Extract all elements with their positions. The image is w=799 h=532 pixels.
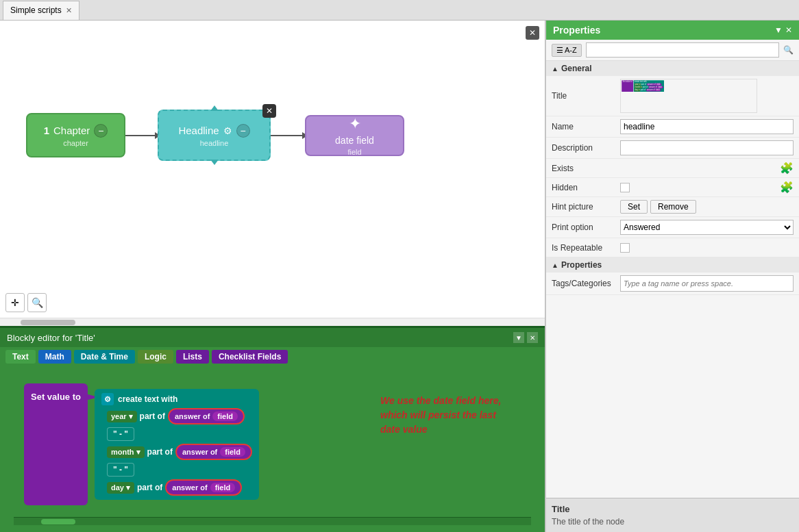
cat-datetime-btn[interactable]: Date & Time [74, 350, 135, 364]
blockly-main: Set value to ⚙ create text with [14, 373, 531, 517]
cat-text-btn[interactable]: Text [5, 350, 36, 364]
canvas-close-button[interactable]: ✕ [526, 26, 539, 40]
props-name-input[interactable] [620, 119, 794, 134]
repeatable-checkbox[interactable] [620, 243, 630, 253]
props-name-label: Name [552, 122, 620, 131]
blockly-pin-btn[interactable]: ▼ [513, 332, 524, 343]
section-general[interactable]: ▲ General [546, 61, 799, 76]
create-text-label: create text with [118, 394, 177, 404]
section-general-arrow: ▲ [552, 65, 558, 73]
cat-checklist-btn[interactable]: Checklist Fields [212, 350, 288, 364]
props-search-icon[interactable]: 🔍 [783, 45, 794, 55]
hint-set-btn[interactable]: Set [620, 200, 648, 214]
create-text-gear-icon[interactable]: ⚙ [101, 393, 114, 405]
node-headline[interactable]: ✕ Headline ⚙ − headline [158, 110, 271, 161]
blockly-close-btn[interactable]: ✕ [527, 332, 538, 343]
day-dropdown-block[interactable]: day ▾ [107, 482, 134, 494]
title-thumbnail-preview: Set value to create text with year ▾ par… [620, 79, 757, 113]
properties-content: ▲ General Title Set value to create text… [546, 61, 799, 498]
tab-bar: Simple scripts ✕ [0, 0, 799, 21]
date-field-name: date field [335, 135, 374, 146]
month-label: month [111, 448, 134, 456]
cat-math-btn[interactable]: Math [38, 350, 71, 364]
headline-minus-btn[interactable]: − [236, 124, 250, 138]
month-dropdown-block[interactable]: month ▾ [107, 446, 145, 458]
headline-name: Headline [178, 125, 219, 136]
props-row-hidden: Hidden 🧩 [546, 178, 799, 197]
headline-close-btn[interactable]: ✕ [262, 104, 276, 118]
props-description-value [620, 140, 794, 155]
create-text-header-row: ⚙ create text with [101, 393, 252, 405]
set-value-block[interactable]: Set value to [24, 383, 88, 505]
props-hidden-value: 🧩 [620, 181, 794, 194]
block-row-year: year ▾ part of answer of field [107, 408, 252, 425]
block-row-day: day ▾ part of answer of field [107, 479, 252, 496]
blockly-hscroll[interactable] [14, 517, 531, 525]
block-notch-1 [88, 394, 95, 400]
year-label: year [111, 412, 127, 420]
answer-of-block-1[interactable]: answer of field [168, 408, 245, 425]
headline-gear-icon: ⚙ [223, 125, 232, 136]
props-tags-label: Tags/Categories [552, 279, 620, 288]
set-value-label: Set value to [31, 392, 81, 402]
props-row-print: Print option Answered Always Never [546, 217, 799, 238]
props-info-box: Title The title of the node [546, 498, 799, 532]
props-name-value [620, 119, 794, 134]
year-dropdown-block[interactable]: year ▾ [107, 411, 137, 422]
quote-block-1[interactable]: " - " [107, 427, 134, 441]
quote-row-1: " - " [107, 427, 252, 441]
node-date-field[interactable]: ✦ date field field [305, 115, 404, 156]
chapter-minus-btn[interactable]: − [94, 124, 108, 138]
right-panel: Properties ▼ ✕ ☰ A-Z 🔍 ▲ General [545, 21, 799, 532]
props-print-label: Print option [552, 223, 620, 232]
props-tags-input[interactable] [620, 275, 794, 292]
props-pin-btn[interactable]: ▼ [774, 25, 783, 35]
props-repeatable-label: Is Repeatable [552, 243, 620, 253]
field-pill-3: field [210, 483, 236, 492]
props-search-input[interactable] [586, 42, 779, 58]
props-hidden-label: Hidden [552, 183, 620, 192]
hint-remove-btn[interactable]: Remove [650, 200, 696, 214]
headline-subtitle: headline [200, 139, 229, 147]
hidden-checkbox[interactable] [620, 183, 630, 192]
part-of-text-2: part of [147, 447, 173, 457]
canvas-search-btn[interactable]: 🔍 [27, 293, 47, 312]
props-hint-value: Set Remove [620, 200, 794, 214]
hidden-puzzle-icon[interactable]: 🧩 [780, 181, 794, 194]
props-row-exists: Exists 🧩 [546, 159, 799, 178]
connector-1 [125, 135, 158, 136]
tab-simple-scripts[interactable]: Simple scripts ✕ [3, 1, 79, 20]
exists-puzzle-icon[interactable]: 🧩 [780, 162, 794, 175]
answer-of-block-3[interactable]: answer of field [165, 479, 242, 496]
section-properties-label: Properties [561, 260, 602, 270]
quote-block-2[interactable]: " - " [107, 463, 134, 477]
answer-of-label-1: answer of [175, 412, 210, 420]
answer-of-block-2[interactable]: answer of field [175, 444, 252, 460]
props-row-hint: Hint picture Set Remove [546, 197, 799, 217]
props-close-btn[interactable]: ✕ [785, 25, 792, 35]
sort-label: A-Z [565, 46, 577, 54]
year-dropdown-arrow: ▾ [129, 412, 133, 421]
canvas-hscroll[interactable] [0, 318, 545, 326]
blockly-category-bar: Text Math Date & Time Logic Lists Checkl… [0, 347, 545, 366]
blockly-canvas[interactable]: Set value to ⚙ create text with [0, 366, 545, 532]
create-text-block[interactable]: ⚙ create text with year ▾ part of [95, 389, 259, 500]
props-sort-btn[interactable]: ☰ A-Z [552, 44, 582, 57]
tab-close-icon[interactable]: ✕ [66, 7, 72, 14]
props-description-input[interactable] [620, 140, 794, 155]
part-of-text-3: part of [137, 483, 162, 492]
props-title-label: Title [552, 91, 620, 101]
props-print-select[interactable]: Answered Always Never [620, 220, 794, 235]
canvas-add-btn[interactable]: ✛ [5, 293, 25, 312]
props-hint-label: Hint picture [552, 202, 620, 212]
cat-logic-btn[interactable]: Logic [138, 350, 173, 364]
props-row-name: Name [546, 116, 799, 138]
node-chapter[interactable]: 1 Chapter − chapter [26, 113, 125, 157]
section-properties[interactable]: ▲ Properties [546, 257, 799, 273]
cat-lists-btn[interactable]: Lists [176, 350, 209, 364]
canvas-area[interactable]: ✕ 1 Chapter − chapter ✕ Headlin [0, 21, 545, 318]
quote-row-2: " - " [107, 463, 252, 477]
connector-2 [271, 135, 305, 136]
props-row-repeatable: Is Repeatable [546, 238, 799, 257]
props-row-title: Title Set value to create text with year… [546, 76, 799, 116]
